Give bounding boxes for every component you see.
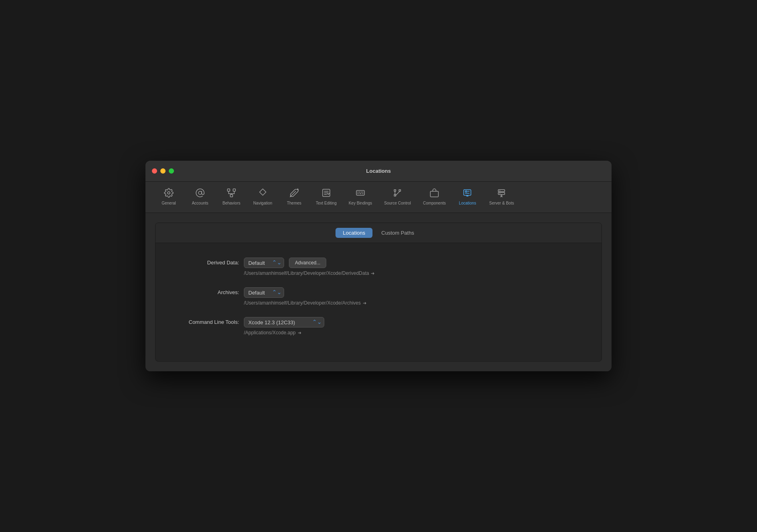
toolbar-label-key-bindings: Key Bindings — [349, 201, 372, 205]
toolbar-label-themes: Themes — [287, 201, 301, 205]
toolbar-item-accounts[interactable]: Accounts — [185, 186, 215, 208]
main-content: Locations Custom Paths Derived Data: Def… — [145, 213, 612, 371]
toolbar-item-behaviors[interactable]: Behaviors — [216, 186, 247, 208]
svg-point-27 — [362, 194, 363, 194]
toolbar-label-text-editing: Text Editing — [316, 201, 337, 205]
toolbar-item-key-bindings[interactable]: Key Bindings — [343, 186, 378, 208]
derived-data-select[interactable]: Default Custom — [244, 258, 284, 268]
command-line-tools-select-wrapper: Xcode 12.3 (12C33) None ⌃⌄ — [244, 317, 324, 327]
command-line-tools-row: Command Line Tools: Xcode 12.3 (12C33) N… — [172, 317, 585, 336]
toolbar-label-components: Components — [423, 201, 446, 205]
toolbar-item-themes[interactable]: Themes — [279, 186, 309, 208]
svg-rect-32 — [465, 191, 467, 192]
brush-icon — [289, 188, 299, 199]
svg-point-22 — [358, 192, 358, 192]
toolbar-item-source-control[interactable]: Source Control — [378, 186, 417, 208]
toolbar-item-server-bots[interactable]: Server & Bots — [483, 186, 520, 208]
main-window: Locations General Accounts — [145, 161, 612, 371]
toolbar-label-behaviors: Behaviors — [223, 201, 240, 205]
archives-row: Archives: Default Custom ⌃⌄ — [172, 287, 585, 306]
svg-rect-31 — [464, 190, 471, 195]
svg-point-25 — [362, 192, 363, 192]
diamond-icon — [258, 188, 268, 199]
derived-data-controls: Default Custom ⌃⌄ Advanced... /Users/ama… — [244, 258, 585, 276]
svg-point-39 — [499, 190, 500, 191]
tab-custom-paths[interactable]: Custom Paths — [374, 228, 421, 238]
derived-data-row: Derived Data: Default Custom ⌃⌄ Advanced… — [172, 258, 585, 276]
maximize-button[interactable] — [169, 168, 174, 174]
svg-point-23 — [359, 192, 360, 192]
keyboard-icon — [356, 188, 365, 199]
command-line-tools-controls: Xcode 12.3 (12C33) None ⌃⌄ /Applications… — [244, 317, 585, 336]
svg-rect-37 — [498, 190, 505, 192]
bag-icon — [430, 188, 439, 199]
edit-icon — [321, 188, 331, 199]
advanced-button[interactable]: Advanced... — [289, 258, 326, 268]
toolbar-item-text-editing[interactable]: Text Editing — [310, 186, 342, 208]
minimize-button[interactable] — [160, 168, 166, 174]
svg-point-24 — [361, 192, 361, 192]
archives-label: Archives: — [172, 287, 244, 295]
svg-point-1 — [198, 191, 202, 194]
locations-icon — [462, 188, 472, 199]
toolbar-label-navigation: Navigation — [253, 201, 272, 205]
svg-rect-4 — [230, 194, 233, 197]
derived-data-path: /Users/amanhimself/Library/Developer/Xco… — [244, 270, 585, 276]
toolbar-label-server-bots: Server & Bots — [489, 201, 514, 205]
svg-point-0 — [168, 192, 170, 194]
archives-select-wrapper: Default Custom ⌃⌄ — [244, 287, 284, 298]
toolbar-item-general[interactable]: General — [153, 186, 184, 208]
toolbar-label-source-control: Source Control — [384, 201, 411, 205]
tabs-bar: Locations Custom Paths — [155, 223, 602, 243]
svg-line-9 — [290, 191, 296, 197]
toolbar-label-accounts: Accounts — [192, 201, 208, 205]
traffic-lights — [152, 168, 174, 174]
toolbar-label-general: General — [162, 201, 176, 205]
command-line-tools-path: /Applications/Xcode.app ➜ — [244, 330, 585, 336]
svg-rect-30 — [430, 191, 438, 197]
archives-controls: Default Custom ⌃⌄ /Users/amanhimself/Lib… — [244, 287, 585, 306]
archives-select[interactable]: Default Custom — [244, 287, 284, 298]
command-line-tools-label: Command Line Tools: — [172, 317, 244, 325]
tab-locations[interactable]: Locations — [336, 228, 372, 238]
network-icon — [227, 188, 236, 199]
gear-icon — [164, 188, 174, 199]
svg-point-40 — [499, 193, 500, 194]
svg-rect-14 — [356, 190, 364, 195]
archives-path: /Users/amanhimself/Library/Developer/Xco… — [244, 300, 585, 306]
svg-rect-3 — [233, 189, 235, 191]
svg-point-26 — [358, 194, 358, 194]
toolbar-item-navigation[interactable]: Navigation — [248, 186, 278, 208]
close-button[interactable] — [152, 168, 157, 174]
window-title: Locations — [366, 168, 391, 174]
derived-data-label: Derived Data: — [172, 258, 244, 266]
panel-content: Derived Data: Default Custom ⌃⌄ Advanced… — [155, 243, 602, 361]
titlebar: Locations — [145, 161, 612, 182]
at-icon — [195, 188, 205, 199]
toolbar-item-locations[interactable]: Locations — [452, 186, 483, 208]
command-line-tools-select[interactable]: Xcode 12.3 (12C33) None — [244, 317, 324, 327]
settings-panel: Locations Custom Paths Derived Data: Def… — [155, 223, 602, 362]
svg-rect-2 — [227, 189, 230, 191]
clt-path-arrow[interactable]: ➜ — [298, 330, 301, 336]
svg-line-29 — [395, 191, 400, 196]
derived-data-path-arrow[interactable]: ➜ — [371, 271, 374, 276]
toolbar-label-locations: Locations — [459, 201, 476, 205]
server-icon — [497, 188, 506, 199]
toolbar: General Accounts — [145, 182, 612, 213]
toolbar-item-components[interactable]: Components — [417, 186, 452, 208]
derived-data-select-wrapper: Default Custom ⌃⌄ — [244, 258, 284, 268]
archives-path-arrow[interactable]: ➜ — [363, 301, 366, 306]
source-icon — [393, 188, 402, 199]
